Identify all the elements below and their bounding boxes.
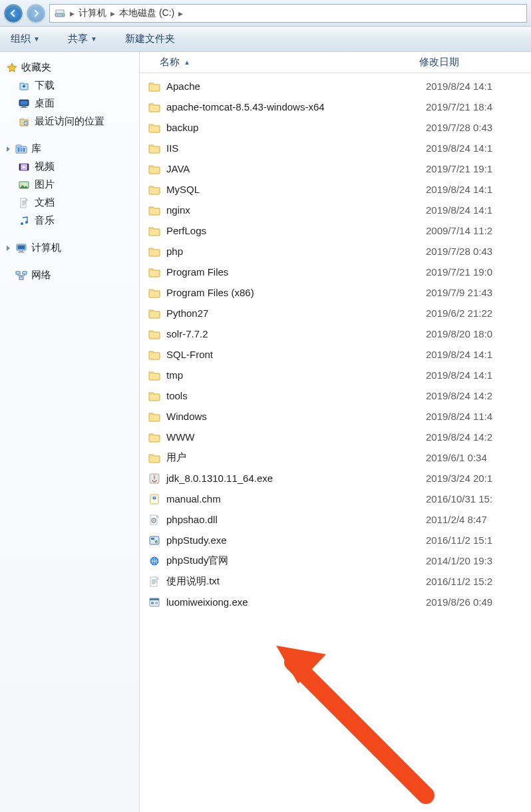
- network-header[interactable]: 网络: [0, 266, 139, 284]
- file-name: php: [162, 246, 426, 257]
- toolbar: 组织 ▼ 共享 ▼ 新建文件夹: [0, 27, 531, 52]
- file-row[interactable]: nginx2019/8/24 14:1: [140, 200, 531, 220]
- libraries-label: 库: [31, 142, 41, 155]
- file-row[interactable]: phpStudy官网2014/1/20 19:3: [140, 550, 531, 571]
- organize-label: 组织: [11, 33, 31, 45]
- forward-button[interactable]: [27, 4, 45, 23]
- expand-caret-icon: [7, 146, 10, 152]
- file-row[interactable]: Python272019/6/2 21:22: [140, 303, 531, 323]
- svg-rect-12: [23, 148, 25, 152]
- file-row[interactable]: solr-7.7.22019/8/20 18:0: [140, 323, 531, 344]
- share-menu[interactable]: 共享 ▼: [64, 30, 101, 48]
- organize-menu[interactable]: 组织 ▼: [7, 30, 44, 48]
- svg-rect-36: [151, 538, 154, 540]
- file-row[interactable]: tmp2019/8/24 14:1: [140, 365, 531, 385]
- file-row[interactable]: SQL-Front2019/8/24 14:1: [140, 344, 531, 365]
- file-row[interactable]: jdk_8.0.1310.11_64.exe2019/3/24 20:1: [140, 468, 531, 489]
- breadcrumb-separator: ▸: [110, 8, 115, 19]
- sidebar-item-favorite[interactable]: 下载: [0, 77, 139, 95]
- column-name-header[interactable]: 名称 ▲: [146, 56, 419, 69]
- svg-rect-9: [16, 145, 21, 147]
- svg-rect-42: [151, 602, 154, 604]
- file-name: SQL-Front: [162, 349, 426, 360]
- back-button[interactable]: [4, 4, 23, 23]
- folder-icon: [146, 391, 162, 401]
- breadcrumb-separator: ▸: [70, 8, 75, 19]
- folder-icon: [146, 288, 162, 298]
- svg-rect-25: [16, 272, 20, 274]
- breadcrumb-computer[interactable]: 计算机: [79, 7, 106, 19]
- file-row[interactable]: 用户2019/6/1 0:34: [140, 447, 531, 468]
- file-row[interactable]: JAVA2019/7/21 19:1: [140, 158, 531, 179]
- java-icon: [146, 473, 162, 484]
- file-date: 2016/11/2 15:1: [426, 534, 531, 546]
- column-name-label: 名称: [160, 56, 180, 69]
- libraries-group: 库 视频图片文档音乐: [0, 140, 139, 230]
- folder-icon: [146, 329, 162, 339]
- sidebar-item-library[interactable]: 视频: [0, 158, 139, 176]
- file-row[interactable]: PerfLogs2009/7/14 11:2: [140, 220, 531, 241]
- sidebar-item-label: 视频: [35, 160, 55, 173]
- svg-rect-10: [18, 148, 20, 152]
- file-row[interactable]: php2019/7/28 0:43: [140, 241, 531, 262]
- file-row[interactable]: tools2019/8/24 14:2: [140, 385, 531, 406]
- favorites-header[interactable]: 收藏夹: [0, 59, 139, 77]
- file-row[interactable]: Apache2019/8/24 14:1: [140, 76, 531, 97]
- file-name: tools: [162, 390, 426, 401]
- dropdown-caret-icon: ▼: [33, 35, 40, 43]
- file-row[interactable]: IIS2019/8/24 14:1: [140, 138, 531, 158]
- file-row[interactable]: ?manual.chm2016/10/31 15:: [140, 489, 531, 509]
- file-row[interactable]: Program Files2019/7/21 19:0: [140, 262, 531, 282]
- file-date: 2019/7/21 19:0: [426, 266, 531, 278]
- music-icon: [19, 216, 29, 226]
- folder-icon: [146, 184, 162, 195]
- breadcrumb[interactable]: ▸ 计算机 ▸ 本地磁盘 (C:) ▸: [49, 4, 527, 23]
- expand-caret-icon: [7, 246, 10, 251]
- file-name: backup: [162, 122, 426, 133]
- sidebar-item-label: 音乐: [35, 214, 55, 227]
- file-date: 2019/6/2 21:22: [426, 307, 531, 319]
- file-name: solr-7.7.2: [162, 328, 426, 339]
- file-date: 2019/8/24 14:1: [426, 204, 531, 216]
- svg-rect-15: [27, 164, 29, 170]
- file-date: 2019/8/24 14:1: [426, 184, 531, 195]
- sidebar-item-favorite[interactable]: 桌面: [0, 95, 139, 112]
- file-name: manual.chm: [162, 493, 426, 505]
- file-row[interactable]: phpStudy.exe2016/11/2 15:1: [140, 530, 531, 550]
- sidebar-item-favorite[interactable]: 最近访问的位置: [0, 112, 139, 130]
- computer-header[interactable]: 计算机: [0, 239, 139, 257]
- file-row[interactable]: Windows2019/8/24 11:4: [140, 406, 531, 427]
- file-row[interactable]: apache-tomcat-8.5.43-windows-x642019/7/2…: [140, 97, 531, 117]
- file-row[interactable]: Program Files (x86)2019/7/9 21:43: [140, 282, 531, 303]
- file-name: 用户: [162, 451, 426, 464]
- file-row[interactable]: phpshao.dll2011/2/4 8:47: [140, 509, 531, 530]
- file-name: PerfLogs: [162, 225, 426, 236]
- sidebar-item-library[interactable]: 音乐: [0, 212, 139, 230]
- new-folder-button[interactable]: 新建文件夹: [121, 30, 179, 48]
- file-date: 2019/8/24 14:1: [426, 349, 531, 360]
- network-label: 网络: [31, 269, 51, 282]
- svg-rect-39: [150, 577, 157, 586]
- sidebar-item-library[interactable]: 图片: [0, 176, 139, 194]
- file-date: 2019/8/24 14:2: [426, 390, 531, 401]
- libraries-header[interactable]: 库: [0, 140, 139, 158]
- sidebar-item-library[interactable]: 文档: [0, 194, 139, 212]
- file-row[interactable]: backup2019/7/28 0:43: [140, 117, 531, 138]
- file-name: 使用说明.txt: [162, 575, 426, 588]
- share-label: 共享: [68, 33, 88, 45]
- dropdown-caret-icon: ▼: [90, 35, 97, 43]
- file-row[interactable]: WWW2019/8/24 14:2: [140, 427, 531, 447]
- breadcrumb-drive[interactable]: 本地磁盘 (C:): [119, 7, 174, 19]
- file-name: jdk_8.0.1310.11_64.exe: [162, 473, 426, 484]
- column-date-header[interactable]: 修改日期: [419, 56, 531, 69]
- file-row[interactable]: 使用说明.txt2016/11/2 15:2: [140, 571, 531, 592]
- picture-icon: [19, 180, 29, 190]
- file-date: 2019/8/24 14:1: [426, 81, 531, 92]
- svg-rect-1: [56, 10, 64, 13]
- file-row[interactable]: luomiweixiong.exe2019/8/26 0:49: [140, 592, 531, 612]
- file-row[interactable]: MySQL2019/8/24 14:1: [140, 179, 531, 200]
- file-date: 2019/8/20 18:0: [426, 328, 531, 339]
- folder-icon: [146, 432, 162, 443]
- svg-rect-14: [19, 164, 21, 170]
- file-date: 2019/3/24 20:1: [426, 473, 531, 484]
